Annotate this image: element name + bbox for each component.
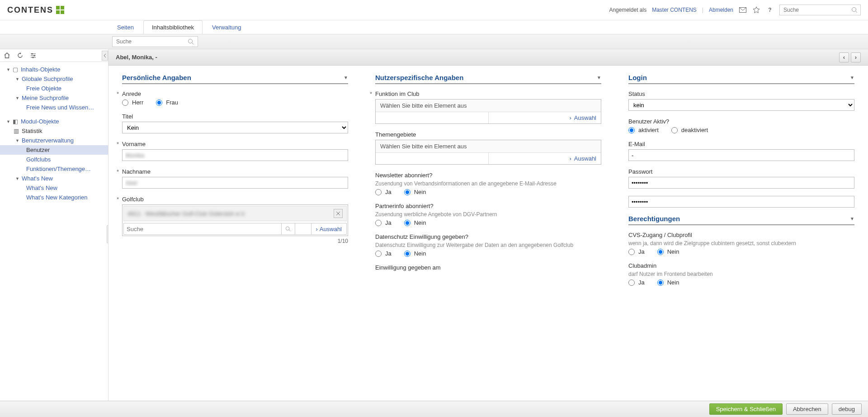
help-newsletter: Zusendung von Verbandsinformationen an d…: [375, 180, 601, 187]
label-themen: Themengebiete: [375, 131, 601, 138]
tree-whatsnew-sub[interactable]: What's New: [0, 183, 108, 193]
logged-in-label: Angemeldet als: [609, 7, 646, 13]
tree-golfclubs[interactable]: Golfclubs: [0, 155, 108, 164]
current-user-link[interactable]: Master CONTENS: [652, 7, 697, 13]
golfclub-search-input[interactable]: [123, 223, 282, 235]
input-nachname[interactable]: [122, 177, 348, 189]
section-perms[interactable]: Berechtigungen▼: [628, 215, 854, 225]
select-titel[interactable]: Kein: [122, 122, 348, 133]
label-titel: Titel: [122, 113, 348, 120]
sidebar-resize-handle[interactable]: [107, 225, 108, 243]
radio-deaktiviert[interactable]: deaktiviert: [671, 127, 708, 133]
tree-whatsnew-kat[interactable]: What's New Kategorien: [0, 193, 108, 202]
help-datenschutz: Datenschutz Einwilligung zur Weitergabe …: [375, 242, 601, 248]
help-cvs: wenn ja, dann wird die Zielgruppe clubin…: [628, 240, 854, 246]
settings-icon[interactable]: [30, 52, 37, 59]
section-userspec[interactable]: Nutzerspezifische Angaben▼: [375, 74, 601, 84]
tab-admin[interactable]: Verwaltung: [203, 20, 250, 34]
label-passwort: Passwort: [628, 168, 854, 175]
tree-modul-objekte[interactable]: ▼◧Modul-Objekte: [0, 117, 108, 126]
label-email: E-Mail: [628, 141, 854, 147]
star-icon[interactable]: [752, 6, 760, 14]
select-status[interactable]: kein: [628, 99, 854, 111]
library-search[interactable]: [112, 36, 198, 47]
radio-daten-nein[interactable]: Nein: [404, 250, 426, 257]
input-vorname[interactable]: [122, 149, 348, 161]
golfclub-auswahl-button[interactable]: ›Auswahl: [311, 223, 347, 235]
tree-benutzerverwaltung[interactable]: ▼Benutzerverwaltung: [0, 136, 108, 145]
label-funktion: Funktion im Club: [375, 90, 601, 97]
themen-auswahl-button[interactable]: ›Auswahl: [488, 153, 601, 164]
refresh-icon[interactable]: [17, 52, 24, 59]
logout-link[interactable]: Abmelden: [709, 7, 733, 13]
label-cvs: CVS-Zugang / Clubprofil: [628, 232, 854, 238]
debug-button[interactable]: debug: [832, 403, 862, 415]
radio-partner-ja[interactable]: Ja: [375, 219, 392, 226]
radio-clubadmin-nein[interactable]: Nein: [657, 279, 679, 286]
svg-point-10: [33, 57, 34, 58]
radio-clubadmin-ja[interactable]: Ja: [628, 279, 645, 286]
chevron-down-icon: ▼: [344, 75, 348, 80]
radio-herr[interactable]: Herr: [122, 99, 143, 106]
radio-aktiviert[interactable]: aktiviert: [628, 127, 659, 133]
global-search-input[interactable]: [783, 7, 851, 13]
input-passwort[interactable]: [628, 177, 854, 189]
help-icon[interactable]: ?: [766, 6, 774, 14]
picker-golfclub: 4911 · Westfälischer Golf-Club Gütersloh…: [122, 204, 348, 236]
input-email[interactable]: [628, 149, 854, 161]
chevron-down-icon: ▼: [850, 75, 854, 80]
global-search[interactable]: [779, 5, 861, 15]
tree-globale-suchprofile[interactable]: ▼Globale Suchprofile: [0, 74, 108, 84]
input-passwort-confirm[interactable]: [628, 196, 854, 208]
radio-daten-ja[interactable]: Ja: [375, 250, 392, 257]
themen-placeholder: Wählen Sie bitte ein Element aus: [376, 140, 601, 153]
library-search-input[interactable]: [116, 38, 188, 45]
golfclub-counter: 1/10: [122, 238, 348, 244]
tree-meine-suchprofile[interactable]: ▼Meine Suchprofile: [0, 93, 108, 103]
clear-golfclub-button[interactable]: [334, 209, 343, 218]
collapse-sidebar-icon[interactable]: [102, 51, 108, 61]
mail-icon[interactable]: [739, 6, 747, 14]
tree-benutzer[interactable]: Benutzer: [0, 145, 108, 155]
tree-whatsnew[interactable]: ▼What's New: [0, 174, 108, 183]
label-datenschutz: Datenschutz Einwilligung gegeben?: [375, 233, 601, 240]
radio-cvs-ja[interactable]: Ja: [628, 248, 645, 255]
radio-frau[interactable]: Frau: [156, 99, 178, 106]
label-partner: Partnerinfo abonniert?: [375, 203, 601, 209]
svg-line-2: [856, 11, 858, 13]
tree-funktionen[interactable]: Funktionen/Themenge…: [0, 164, 108, 174]
save-close-button[interactable]: Speichern & Schließen: [709, 403, 783, 415]
funktion-placeholder: Wählen Sie bitte ein Element aus: [376, 100, 601, 112]
cancel-button[interactable]: Abbrechen: [786, 403, 828, 415]
svg-line-14: [289, 230, 290, 231]
radio-newsletter-nein[interactable]: Nein: [404, 189, 426, 195]
tab-library[interactable]: Inhaltsbibliothek: [143, 20, 203, 34]
tree-freie-news[interactable]: Freie News und Wissen…: [0, 103, 108, 112]
funktion-auswahl-button[interactable]: ›Auswahl: [488, 112, 601, 123]
chart-icon: ▥: [14, 128, 22, 134]
prev-record-button[interactable]: ‹: [839, 52, 849, 62]
radio-newsletter-ja[interactable]: Ja: [375, 189, 392, 195]
section-login[interactable]: Login▼: [628, 74, 854, 84]
label-anrede: Anrede: [122, 90, 348, 97]
label-clubadmin: Clubadmin: [628, 262, 854, 269]
help-partner: Zusendung werbliche Angebote von DGV-Par…: [375, 211, 601, 218]
tree-inhalts-objekte[interactable]: ▼▢Inhalts-Objekte: [0, 65, 108, 74]
radio-cvs-nein[interactable]: Nein: [657, 248, 679, 255]
tree-statistik[interactable]: ▥Statistik: [0, 126, 108, 136]
search-icon: [188, 38, 194, 45]
home-icon[interactable]: [4, 52, 10, 59]
tree-freie-objekte[interactable]: Freie Objekte: [0, 84, 108, 93]
label-einwilligung: Einwilligung gegeben am: [375, 264, 601, 271]
book-icon: ▢: [13, 66, 21, 73]
next-record-button[interactable]: ›: [851, 52, 861, 62]
tab-pages[interactable]: Seiten: [108, 20, 142, 34]
selector-themen: Wählen Sie bitte ein Element aus ›Auswah…: [375, 140, 601, 165]
radio-partner-nein[interactable]: Nein: [404, 219, 426, 226]
search-icon[interactable]: [282, 223, 295, 235]
svg-line-4: [192, 43, 194, 45]
label-aktiv: Benutzer Aktiv?: [628, 118, 854, 125]
section-personal[interactable]: Persönliche Angaben▼: [122, 74, 348, 84]
svg-point-3: [189, 39, 193, 43]
chevron-down-icon: ▼: [850, 216, 854, 221]
